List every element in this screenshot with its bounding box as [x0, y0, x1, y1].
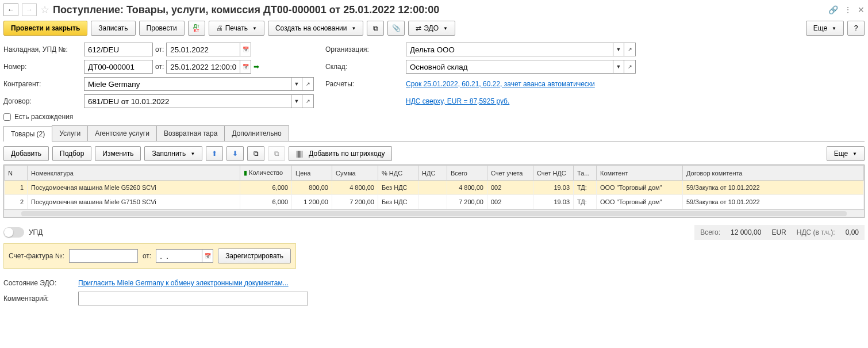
- horizontal-scrollbar[interactable]: [4, 209, 864, 217]
- close-icon[interactable]: ✕: [858, 5, 865, 14]
- more-menu-icon[interactable]: ⋮: [844, 5, 852, 14]
- edo-state-label: Состояние ЭДО:: [3, 279, 72, 287]
- number-label: Номер:: [3, 63, 78, 71]
- vat-incl-label: НДС (в т.ч.):: [797, 228, 835, 236]
- col-principal[interactable]: Комитент: [597, 166, 683, 181]
- counterparty-input[interactable]: [84, 77, 291, 91]
- invoice-date-input[interactable]: [166, 43, 240, 56]
- upd-toggle[interactable]: [3, 227, 24, 238]
- tab-agency[interactable]: Агентские услуги: [87, 125, 157, 141]
- link-icon[interactable]: 🔗: [828, 5, 838, 14]
- attachments-button[interactable]: 📎: [387, 21, 405, 36]
- more-button[interactable]: Еще▼: [806, 21, 844, 36]
- add-row-button[interactable]: Добавить: [3, 146, 49, 161]
- post-and-close-button[interactable]: Провести и закрыть: [3, 21, 87, 36]
- goods-table: N Номенклатура ▮ Количество Цена Сумма %…: [4, 165, 864, 209]
- tab-goods[interactable]: Товары (2): [3, 126, 52, 142]
- chevron-down-icon[interactable]: ▼: [613, 43, 624, 56]
- print-button[interactable]: 🖨Печать▼: [209, 21, 264, 36]
- select-rows-button[interactable]: Подбор: [52, 146, 91, 161]
- organization-input[interactable]: [406, 43, 613, 56]
- chevron-down-icon[interactable]: ▼: [291, 94, 302, 108]
- vat-link[interactable]: НДС сверху, EUR = 87,5925 руб.: [406, 97, 509, 105]
- chevron-down-icon: ▼: [190, 151, 195, 156]
- table-more-button[interactable]: Еще▼: [827, 146, 865, 161]
- organization-label: Организация:: [325, 45, 400, 53]
- chevron-down-icon[interactable]: ▼: [291, 77, 302, 91]
- table-row[interactable]: 1Посудомоечная машина Miele G5260 SCVi6,…: [5, 181, 864, 195]
- related-docs-button[interactable]: ⧉: [367, 21, 384, 36]
- register-sf-button[interactable]: Зарегистрировать: [218, 248, 291, 263]
- settlements-link[interactable]: Срок 25.01.2022, 60.21, 60.22, зачет ава…: [406, 80, 595, 88]
- qty-icon: ▮: [244, 169, 247, 176]
- col-principal-contract[interactable]: Договор комитента: [683, 166, 864, 181]
- fill-button[interactable]: Заполнить▼: [144, 146, 202, 161]
- col-vat-pct[interactable]: % НДС: [378, 166, 418, 181]
- table-row[interactable]: 2Посудомоечная машина Miele G7150 SCVi6,…: [5, 195, 864, 209]
- chevron-down-icon[interactable]: ▼: [613, 60, 624, 74]
- copy-button[interactable]: ⧉: [247, 146, 264, 161]
- totals-bar: Всего: 12 000,00 EUR НДС (в т.ч.): 0,00: [694, 225, 865, 240]
- total-label: Всего:: [700, 228, 720, 236]
- edo-state-link[interactable]: Пригласить Miele Germany к обмену электр…: [78, 279, 289, 287]
- discrepancy-label: Есть расхождения: [14, 113, 73, 121]
- warehouse-input[interactable]: [406, 60, 613, 74]
- add-by-barcode-button[interactable]: ||||| Добавить по штрихкоду: [289, 146, 392, 161]
- chevron-down-icon: ▼: [832, 26, 836, 31]
- number-input[interactable]: [84, 60, 153, 74]
- tab-services[interactable]: Услуги: [52, 125, 88, 141]
- from-label-1: от:: [155, 45, 164, 53]
- open-icon[interactable]: ↗: [624, 60, 636, 74]
- currency-label: EUR: [771, 228, 786, 236]
- comment-label: Комментарий:: [3, 295, 72, 303]
- favorite-icon[interactable]: ☆: [40, 3, 49, 16]
- invoice-no-label: Накладная, УПД №:: [3, 45, 78, 53]
- sf-date-input[interactable]: [156, 249, 202, 263]
- upd-label: УПД: [29, 228, 43, 236]
- paste-button[interactable]: ⧉: [268, 146, 285, 161]
- write-button[interactable]: Записать: [91, 21, 135, 36]
- nav-back-button[interactable]: ←: [3, 3, 18, 16]
- change-rows-button[interactable]: Изменить: [95, 146, 141, 161]
- counterparty-label: Контрагент:: [3, 80, 78, 88]
- calendar-icon[interactable]: 📅: [240, 60, 251, 74]
- tab-returnable[interactable]: Возвратная тара: [156, 125, 225, 141]
- col-vat[interactable]: НДС: [418, 166, 447, 181]
- col-qty[interactable]: ▮ Количество: [240, 166, 292, 181]
- open-icon[interactable]: ↗: [302, 77, 314, 91]
- col-ta[interactable]: Та...: [574, 166, 597, 181]
- move-up-button[interactable]: ⬆: [206, 146, 223, 161]
- edo-button[interactable]: ⇄ЭДО▼: [408, 21, 455, 36]
- col-vat-account[interactable]: Счет НДС: [533, 166, 574, 181]
- col-price[interactable]: Цена: [292, 166, 332, 181]
- vat-incl-value: 0,00: [846, 228, 859, 236]
- sf-number-input[interactable]: [69, 249, 138, 263]
- printer-icon: 🖨: [216, 24, 223, 32]
- open-icon[interactable]: ↗: [302, 94, 314, 108]
- col-nomenclature[interactable]: Номенклатура: [28, 166, 240, 181]
- nav-forward-button[interactable]: →: [22, 3, 37, 16]
- col-n[interactable]: N: [5, 166, 28, 181]
- tab-additional[interactable]: Дополнительно: [224, 125, 289, 141]
- calendar-icon[interactable]: 📅: [202, 249, 213, 263]
- sf-from-label: от:: [143, 252, 151, 260]
- posted-icon: ➡: [254, 63, 259, 71]
- from-label-2: от:: [155, 63, 164, 71]
- chevron-down-icon: ▼: [443, 26, 448, 31]
- discrepancy-checkbox[interactable]: [3, 113, 11, 121]
- contract-input[interactable]: [84, 94, 291, 108]
- calendar-icon[interactable]: 📅: [240, 43, 251, 56]
- move-down-button[interactable]: ⬇: [226, 146, 244, 161]
- dt-kt-button[interactable]: ДтКт: [188, 21, 205, 36]
- create-based-on-button[interactable]: Создать на основании▼: [268, 21, 363, 36]
- col-total[interactable]: Всего: [447, 166, 487, 181]
- col-account[interactable]: Счет учета: [487, 166, 533, 181]
- col-sum[interactable]: Сумма: [332, 166, 378, 181]
- post-button[interactable]: Провести: [139, 21, 185, 36]
- open-icon[interactable]: ↗: [624, 43, 636, 56]
- help-button[interactable]: ?: [847, 21, 865, 36]
- comment-input[interactable]: [78, 292, 308, 305]
- datetime-input[interactable]: [166, 60, 240, 74]
- invoice-no-input[interactable]: [84, 43, 153, 56]
- total-value: 12 000,00: [731, 228, 761, 236]
